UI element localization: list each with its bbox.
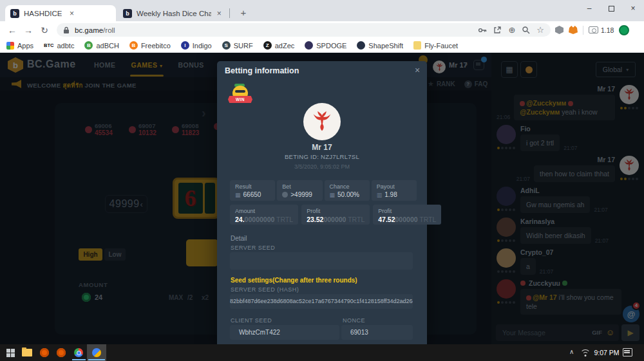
tab-close-icon[interactable]: × bbox=[216, 9, 222, 18]
btc-text-icon: BTC bbox=[44, 42, 53, 48]
tab-hashdice[interactable]: b HASHDICE × bbox=[5, 5, 116, 21]
tab-title: HASHDICE bbox=[24, 10, 62, 17]
ticker-value: 1.18 bbox=[601, 26, 614, 34]
stat-payout: Payout ▥1.98 bbox=[372, 180, 417, 201]
add-circle-icon[interactable]: ⊕ bbox=[508, 26, 515, 34]
client-seed-field[interactable]: WbhzCmT422 bbox=[230, 325, 339, 340]
address-bar[interactable]: bc.game/roll ⊕ ☆ bbox=[57, 23, 551, 37]
wifi-icon[interactable] bbox=[580, 349, 591, 357]
bookmark-label: Freebitco bbox=[141, 42, 171, 50]
bookmark-favicon: B bbox=[129, 41, 138, 50]
bookmark-item[interactable]: IIndigo bbox=[181, 41, 212, 50]
close-window-button[interactable]: × bbox=[622, 0, 644, 17]
amount-label: Amount bbox=[235, 208, 293, 214]
cards-icon: ▥ bbox=[377, 192, 383, 198]
server-seed-hash-label: SERVER SEED (HASH) bbox=[231, 286, 299, 293]
bookmark-favicon: I bbox=[181, 41, 189, 50]
extension-cube-icon[interactable] bbox=[555, 26, 564, 34]
bookmark-label: adbtc bbox=[57, 42, 75, 50]
bookmark-item[interactable]: BTCadbtc bbox=[44, 42, 74, 50]
amount-value: 24.00000000 TRTL bbox=[235, 216, 293, 223]
coin-icon bbox=[282, 192, 288, 198]
reload-button[interactable]: ↻ bbox=[37, 23, 52, 37]
stat-label: Bet bbox=[282, 183, 317, 190]
tab-title: Weekly Hash Dice Challenge - Se bbox=[137, 10, 211, 17]
separator bbox=[583, 26, 583, 35]
bookmark-star-icon[interactable]: ☆ bbox=[536, 26, 544, 34]
lock-icon bbox=[63, 26, 70, 34]
bookmark-favicon bbox=[413, 41, 421, 50]
new-tab-button[interactable]: + bbox=[236, 5, 251, 21]
action-center-icon[interactable] bbox=[623, 348, 632, 356]
restore-button[interactable] bbox=[600, 0, 622, 17]
tab-strip: b HASHDICE × b Weekly Hash Dice Challeng… bbox=[0, 0, 644, 21]
share-icon[interactable] bbox=[493, 26, 502, 34]
modal-title: Betting information bbox=[225, 66, 299, 75]
chrome-taskbar-icon[interactable] bbox=[74, 348, 83, 357]
stat-label: Result bbox=[235, 183, 270, 190]
tab-close-icon[interactable]: × bbox=[67, 9, 76, 18]
bookmark-label: SPDOGE bbox=[316, 42, 346, 50]
server-seed-field[interactable] bbox=[230, 252, 413, 270]
server-seed-hash-field[interactable]: 82bbf487d6ee238d6808ac52ce17a6767344790c… bbox=[230, 294, 413, 309]
apps-grid-icon bbox=[6, 42, 14, 50]
zoom-icon[interactable] bbox=[522, 26, 530, 34]
ticker-icon bbox=[589, 26, 598, 33]
win-badge: WIN bbox=[228, 86, 252, 106]
bookmark-item[interactable]: SPDOGE bbox=[305, 41, 346, 50]
app-icon-orange-2[interactable] bbox=[57, 348, 66, 357]
player-name: Mr 17 bbox=[217, 143, 427, 152]
password-key-icon[interactable] bbox=[478, 26, 487, 35]
detail-link[interactable]: Detail bbox=[231, 235, 247, 242]
bookmark-item[interactable]: SSURF bbox=[222, 41, 253, 50]
bookmark-label: adZec bbox=[275, 42, 295, 50]
server-seed-label: SERVER SEED bbox=[231, 245, 275, 251]
stat-label: Payout bbox=[377, 183, 412, 190]
stat-value: ▥1.98 bbox=[377, 191, 412, 198]
nonce-field[interactable]: 69013 bbox=[341, 325, 413, 340]
tray-chevron-icon[interactable]: ∧ bbox=[569, 348, 574, 355]
back-button[interactable]: ← bbox=[5, 23, 19, 37]
amount-label: Profit bbox=[378, 208, 436, 214]
stat-value: ▦66650 bbox=[235, 191, 270, 198]
stat-result: Result ▦66650 bbox=[230, 180, 275, 201]
app-icon-orange-1[interactable] bbox=[40, 348, 49, 357]
bookmark-label: Indigo bbox=[193, 42, 212, 50]
bookmark-item[interactable]: BadBCH bbox=[84, 41, 118, 50]
tab-challenge[interactable]: b Weekly Hash Dice Challenge - Se × bbox=[118, 5, 227, 21]
start-button[interactable] bbox=[6, 349, 10, 353]
stat-chance: Chance ▦50.00% bbox=[325, 180, 370, 201]
file-explorer-icon[interactable] bbox=[22, 349, 32, 356]
close-icon[interactable]: × bbox=[412, 65, 422, 75]
active-app-icon[interactable] bbox=[92, 348, 101, 357]
browser-toolbar: ← → ↻ bc.game/roll ⊕ ☆ bbox=[0, 21, 644, 39]
bookmark-favicon: S bbox=[222, 41, 231, 50]
extensions-area: 1.18 bbox=[555, 23, 629, 37]
minimize-button[interactable]: – bbox=[578, 0, 600, 17]
bookmark-item[interactable]: ShapeShift bbox=[357, 41, 403, 50]
site-favicon: b bbox=[10, 9, 19, 18]
amount-profit: Profit 47.52000000 TRTL bbox=[373, 205, 441, 225]
profile-avatar[interactable] bbox=[619, 25, 629, 35]
clock[interactable]: 9:07 PM bbox=[592, 349, 621, 356]
bookmark-item[interactable]: ZadZec bbox=[263, 41, 295, 50]
running-indicator bbox=[88, 359, 105, 360]
player-avatar[interactable] bbox=[303, 103, 341, 140]
bookmark-favicon: Z bbox=[263, 41, 272, 50]
bet-stats: Result ▦66650Bet >49999Chance ▦50.00%Pay… bbox=[230, 180, 417, 201]
bookmark-favicon bbox=[305, 41, 313, 50]
price-ticker-extension[interactable]: 1.18 bbox=[589, 26, 614, 34]
site-favicon: b bbox=[123, 9, 132, 18]
stat-label: Chance bbox=[330, 183, 365, 190]
forward-button[interactable]: → bbox=[21, 23, 35, 37]
dice-icon: ▦ bbox=[330, 192, 336, 198]
bookmark-label: Apps bbox=[17, 42, 33, 50]
tab-separator bbox=[229, 8, 230, 18]
bookmark-item[interactable]: Fly-Faucet bbox=[413, 41, 458, 50]
dice-icon: ▦ bbox=[235, 192, 241, 198]
bookmark-item[interactable]: BFreebitco bbox=[129, 41, 171, 50]
bookmark-label: ShapeShift bbox=[368, 42, 403, 50]
bookmark-item[interactable]: Apps bbox=[6, 42, 33, 50]
windows-taskbar: ∧ 9:07 PM bbox=[0, 344, 644, 361]
metamask-icon[interactable] bbox=[569, 26, 578, 34]
